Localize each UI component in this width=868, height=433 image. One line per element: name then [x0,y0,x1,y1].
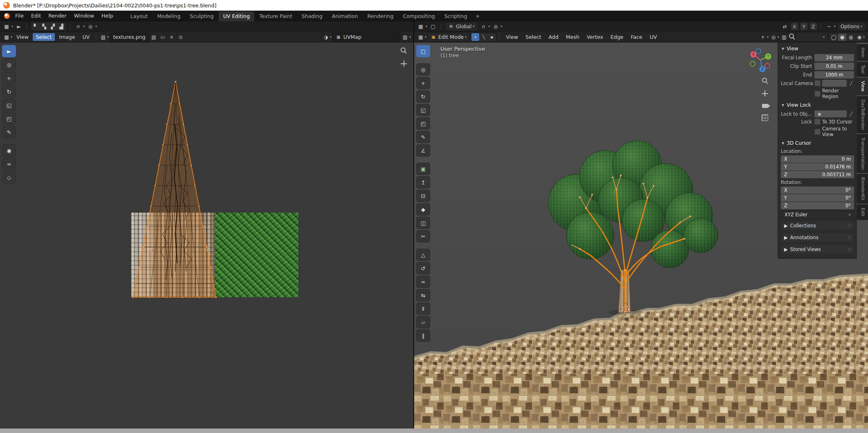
move-tool[interactable]: + [2,72,16,84]
vp-menu-mesh[interactable]: Mesh [563,33,583,41]
menu-help[interactable]: Help [98,11,117,21]
vp-menu-view[interactable]: View [503,33,521,41]
camera-to-view-checkbox[interactable] [814,129,821,135]
render-region-checkbox[interactable] [814,91,821,97]
workspace-tab-rendering[interactable]: Rendering [363,11,398,21]
sticky-mode-shared-vertex-icon[interactable]: ▞ [49,23,57,30]
inset-faces-tool[interactable]: ⊡ [416,190,430,202]
snap-magnet-icon[interactable]: ∩ [479,23,487,30]
sticky-mode-disabled-icon[interactable]: ▘ [32,23,40,30]
cursor-tool[interactable]: ◎ [2,58,16,71]
proportional-editing-icon[interactable]: ◎ [86,23,95,30]
workspace-tab-texture-paint[interactable]: Texture Paint [255,11,297,21]
measure-tool[interactable]: ∠ [416,144,430,157]
workspace-tab-animation[interactable]: Animation [327,11,363,21]
box-select-tool[interactable]: ▢ [416,45,430,57]
workspace-tab-uv-editing[interactable]: UV Editing [219,11,254,21]
annotate-tool[interactable]: ✎ [416,131,430,143]
mirror-y-toggle[interactable]: Y [800,22,808,30]
grab-tool[interactable]: ◉ [2,144,16,157]
menu-window[interactable]: Window [70,11,98,21]
edge-slide-tool[interactable]: ⇆ [416,289,430,301]
viewport-canvas[interactable]: User Perspective (1) tree ▢ ◎ + ↻ ◱ ◰ ✎ … [414,43,868,429]
zoom-button[interactable] [401,47,407,55]
falloff-icon[interactable]: ~ [825,23,833,30]
pan-button[interactable] [762,90,768,98]
add-cube-tool[interactable]: ▣ [416,163,430,175]
workspace-tab-layout[interactable]: Layout [126,11,152,21]
drag-handle-icon[interactable]: ∷ [848,223,851,229]
uv-canvas[interactable]: ► ◎ + ↻ ◱ ◰ ✎ ◉ ≈ ◇ [0,43,413,429]
xray-toggle-icon[interactable]: ▥ [780,34,788,41]
proportional-falloff-chevron-icon[interactable]: ▾ [501,25,502,28]
annotations-panel-header[interactable]: ▶ Annotations ∷ [781,233,854,242]
menu-render[interactable]: Render [45,11,70,21]
workspace-tab-shading[interactable]: Shading [297,11,327,21]
view-lock-panel-header[interactable]: ▼ View Lock [781,101,854,109]
add-workspace-button[interactable]: + [472,11,483,21]
cursor-panel-header[interactable]: ▼ 3D Cursor [781,139,854,147]
editor-type-icon[interactable]: ▦ [2,34,11,41]
shading-solid-icon[interactable]: ● [838,34,846,41]
shading-rendered-icon[interactable]: ◉ [855,34,863,41]
local-camera-checkbox[interactable] [814,80,821,86]
editor-type-icon[interactable]: ▦ [417,23,425,30]
sidebar-tab-edit[interactable]: Edit [857,204,868,220]
snap-magnet-icon[interactable]: ∩ [74,23,82,30]
workspace-tab-sculpting[interactable]: Sculpting [185,11,218,21]
scale-tool[interactable]: ◱ [416,104,430,116]
scale-tool[interactable]: ◱ [2,99,16,111]
browse-image-icon[interactable]: ▨ [99,34,107,41]
rotate-tool[interactable]: ↻ [416,90,430,103]
smooth-tool[interactable]: ≈ [416,276,430,288]
navigation-gizmo[interactable]: X Y Z [748,47,773,73]
view-panel-header[interactable]: ▼ View [781,44,854,53]
snap-settings-chevron-icon[interactable]: ▾ [83,25,85,28]
cursor-location-z-field[interactable]: Z 0.003711 m [781,171,854,178]
orthographic-toggle-button[interactable] [762,114,768,122]
edge-select-mode-button[interactable]: ╲ [480,33,487,41]
display-channels-icon[interactable]: ◑ [322,34,330,41]
mirror-x-toggle[interactable]: X [791,22,798,30]
loop-cut-tool[interactable]: ◫ [416,217,430,229]
clip-start-field[interactable]: 0.01 m [814,63,854,70]
sidebar-tab-item[interactable]: Item [857,44,868,61]
rip-region-tool[interactable]: ∥ [416,330,430,342]
pinch-tool[interactable]: ◇ [2,171,16,184]
uv-menu-image[interactable]: Image [56,33,78,41]
pan-button[interactable] [401,61,407,68]
sidebar-tab-blenderkit[interactable]: BlenderKit [857,174,868,204]
blender-menu-icon[interactable] [4,13,10,19]
header-extra-dropdown[interactable]: ▾ [796,33,828,42]
editor-type-icon[interactable]: ▦ [2,23,11,30]
cursor-rotation-z-field[interactable]: Z 0° [781,202,854,209]
face-select-mode-button[interactable]: ▪ [488,33,496,41]
proportional-editing-icon[interactable]: ◎ [491,23,500,30]
drag-handle-icon[interactable]: ∷ [848,235,851,240]
editor-type-icon[interactable]: ▦ [417,34,425,41]
open-image-icon[interactable]: ▭ [159,34,167,41]
transform-tool[interactable]: ◰ [416,117,430,130]
bevel-tool[interactable]: ◆ [416,203,430,215]
shear-tool[interactable]: ▱ [416,316,430,328]
extrude-region-tool[interactable]: ↥ [416,176,430,188]
shading-wireframe-icon[interactable]: ◯ [830,34,838,41]
uv-menu-uv[interactable]: UV [79,33,93,41]
cursor-rotation-y-field[interactable]: Y 0° [781,194,854,202]
rotation-mode-dropdown[interactable]: XYZ Euler ▾ [781,211,854,219]
vp-menu-add[interactable]: Add [546,33,562,41]
tweak-select-tool[interactable]: ► [2,45,16,57]
stored-views-panel-header[interactable]: ▶ Stored Views ∷ [781,245,854,254]
sticky-mode-island-icon[interactable]: ▟ [57,23,65,30]
drag-handle-icon[interactable]: ∷ [848,247,851,252]
vp-menu-face[interactable]: Face [627,33,645,41]
sidebar-tab-daztoblender[interactable]: DazToBlender [857,96,868,133]
proportional-falloff-chevron-icon[interactable]: ▾ [95,25,97,28]
mirror-icon[interactable]: ⇄ [781,23,789,30]
show-gizmo-icon[interactable]: + [759,34,767,41]
cursor-rotation-x-field[interactable]: X 0° [781,186,854,194]
menu-edit[interactable]: Edit [27,11,45,21]
sidebar-tab-transportation[interactable]: Transportation [857,134,868,173]
eyedropper-icon[interactable]: ╱ [848,81,854,86]
snap-settings-chevron-icon[interactable]: ▾ [488,25,490,28]
